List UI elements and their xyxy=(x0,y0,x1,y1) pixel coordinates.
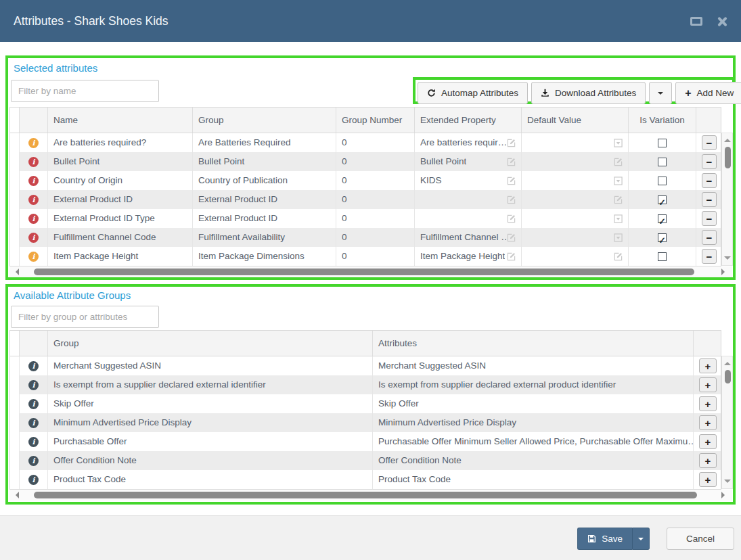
scroll-left-icon[interactable] xyxy=(12,492,19,498)
selected-attribute-row[interactable]: i Item Package Height Item Package Dimen… xyxy=(10,247,721,266)
available-group-row[interactable]: i Purchasable Offer Purchasable Offer Mi… xyxy=(10,432,721,451)
scrollbar-thumb[interactable] xyxy=(725,370,731,383)
is-variation-checkbox[interactable] xyxy=(658,139,667,147)
caret-down-icon xyxy=(658,92,663,97)
select-icon[interactable] xyxy=(614,177,623,185)
remove-attribute-button[interactable]: − xyxy=(702,211,717,226)
remove-attribute-button[interactable]: − xyxy=(702,173,717,188)
is-variation-checkbox[interactable] xyxy=(658,233,667,242)
selected-attribute-row[interactable]: i Fulfillment Channel Code Fulfillment A… xyxy=(10,228,721,247)
filter-by-group-input[interactable] xyxy=(11,306,159,328)
is-variation-checkbox[interactable] xyxy=(658,177,667,185)
scroll-up-icon[interactable] xyxy=(724,135,731,142)
group-attributes-cell: Merchant Suggested ASIN xyxy=(373,356,694,375)
scroll-up-icon[interactable] xyxy=(724,358,731,365)
extended-property-cell xyxy=(415,190,522,209)
extended-property-cell: KIDS xyxy=(415,171,522,190)
edit-icon[interactable] xyxy=(614,252,623,261)
edit-icon[interactable] xyxy=(507,139,516,147)
extended-property-cell xyxy=(415,209,522,228)
save-button[interactable]: Save xyxy=(577,528,632,550)
scroll-right-icon[interactable] xyxy=(721,492,728,498)
dialog-footer: Save Cancel xyxy=(0,515,741,560)
default-value-cell xyxy=(522,133,629,152)
selected-attribute-row[interactable]: i Bullet Point Bullet Point 0 Bullet Poi… xyxy=(10,152,721,171)
add-group-button[interactable]: + xyxy=(699,472,717,487)
save-options-dropdown-button[interactable] xyxy=(632,528,650,550)
annotation-box-toolbar: Automap Attributes Download Attributes +… xyxy=(413,77,735,104)
edit-icon[interactable] xyxy=(507,233,516,242)
automap-attributes-button[interactable]: Automap Attributes xyxy=(418,82,528,104)
scrollbar-thumb[interactable] xyxy=(34,492,697,498)
group-number-cell: 0 xyxy=(336,171,415,190)
available-table-horizontal-scrollbar[interactable] xyxy=(9,490,732,500)
group-name-cell: Minimum Advertised Price Display xyxy=(48,413,373,432)
edit-icon[interactable] xyxy=(507,214,516,223)
edit-icon[interactable] xyxy=(507,195,516,204)
is-variation-checkbox[interactable] xyxy=(658,214,667,223)
remove-attribute-button[interactable]: − xyxy=(702,230,717,245)
group-attributes-cell: Minimum Advertised Price Display xyxy=(373,413,694,432)
available-group-row[interactable]: i Product Tax Code Product Tax Code + xyxy=(10,470,721,489)
available-group-row[interactable]: i Offer Condition Note Offer Condition N… xyxy=(10,451,721,470)
default-value-cell xyxy=(522,171,629,190)
selected-attribute-row[interactable]: i Country of Origin Country of Publicati… xyxy=(10,171,721,190)
add-group-button[interactable]: + xyxy=(699,396,717,411)
scrollbar-thumb[interactable] xyxy=(725,147,731,168)
filter-by-name-input[interactable] xyxy=(11,80,159,102)
selected-table-horizontal-scrollbar[interactable] xyxy=(9,266,732,277)
group-number-cell: 0 xyxy=(336,133,415,152)
row-status-icon: i xyxy=(28,195,39,205)
selected-attribute-row[interactable]: i External Product ID Type External Prod… xyxy=(10,209,721,228)
remove-attribute-button[interactable]: − xyxy=(702,192,717,207)
remove-attribute-button[interactable]: − xyxy=(702,154,717,169)
edit-icon[interactable] xyxy=(614,158,623,166)
close-icon[interactable] xyxy=(717,16,727,26)
row-status-icon: i xyxy=(28,252,39,262)
row-status-icon: i xyxy=(28,157,39,167)
edit-icon[interactable] xyxy=(614,195,623,204)
dialog-title: Attributes - Shark Shoes Kids xyxy=(14,14,169,28)
available-group-row[interactable]: i Skip Offer Skip Offer + xyxy=(10,394,721,413)
maximize-icon[interactable] xyxy=(690,17,702,26)
row-status-icon: i xyxy=(28,233,39,243)
select-icon[interactable] xyxy=(614,233,623,242)
edit-icon[interactable] xyxy=(507,158,516,166)
is-variation-checkbox[interactable] xyxy=(658,252,667,261)
selected-table-vertical-scrollbar[interactable] xyxy=(721,133,733,266)
remove-attribute-button[interactable]: − xyxy=(702,249,717,264)
add-group-button[interactable]: + xyxy=(699,377,717,392)
available-group-row[interactable]: i Is exempt from a supplier declared ext… xyxy=(10,375,721,394)
select-icon[interactable] xyxy=(614,139,623,147)
remove-attribute-button[interactable]: − xyxy=(702,135,717,150)
scroll-left-icon[interactable] xyxy=(12,269,19,275)
add-group-button[interactable]: + xyxy=(699,358,717,373)
is-variation-checkbox[interactable] xyxy=(658,158,667,166)
add-group-button[interactable]: + xyxy=(699,434,717,449)
is-variation-checkbox[interactable] xyxy=(658,195,667,204)
row-status-icon: i xyxy=(28,214,39,224)
attribute-group-cell: Fulfillment Availability xyxy=(193,228,336,247)
download-attributes-button[interactable]: Download Attributes xyxy=(531,82,646,104)
available-group-row[interactable]: i Merchant Suggested ASIN Merchant Sugge… xyxy=(10,356,721,375)
scroll-down-icon[interactable] xyxy=(724,256,731,263)
attribute-name-cell: Are batteries required? xyxy=(48,133,193,152)
available-group-row[interactable]: i Minimum Advertised Price Display Minim… xyxy=(10,413,721,432)
download-options-dropdown-button[interactable] xyxy=(649,82,672,104)
selected-attribute-row[interactable]: i External Product ID External Product I… xyxy=(10,190,721,209)
select-icon[interactable] xyxy=(614,214,623,223)
cancel-button[interactable]: Cancel xyxy=(667,528,734,550)
add-new-button[interactable]: + Add New xyxy=(675,82,741,104)
attribute-name-cell: External Product ID xyxy=(48,190,193,209)
scroll-down-icon[interactable] xyxy=(724,480,731,486)
scrollbar-thumb[interactable] xyxy=(34,269,694,275)
edit-icon[interactable] xyxy=(507,177,516,185)
add-group-button[interactable]: + xyxy=(699,415,717,430)
edit-icon[interactable] xyxy=(507,252,516,261)
add-group-button[interactable]: + xyxy=(699,453,717,468)
selected-attribute-row[interactable]: i Are batteries required? Are Batteries … xyxy=(10,133,721,152)
group-number-cell: 0 xyxy=(336,228,415,247)
available-table-vertical-scrollbar[interactable] xyxy=(721,356,733,489)
group-attributes-cell: Offer Condition Note xyxy=(373,451,694,470)
scroll-right-icon[interactable] xyxy=(721,269,728,275)
